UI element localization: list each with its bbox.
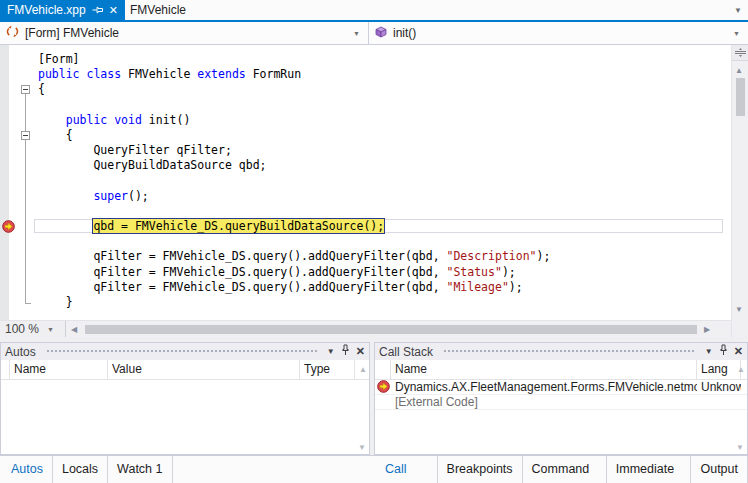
tool-tab-watch-1[interactable]: Watch 1 <box>108 456 172 483</box>
code-line[interactable]: public class FMVehicle extends FormRun <box>0 67 731 82</box>
pin-icon[interactable] <box>91 6 103 15</box>
right-tool-tabs: Call StackBreakpointsCommand Wi...Immedi… <box>376 456 748 483</box>
code-line[interactable]: QueryBuildDataSource qbd; <box>0 158 731 173</box>
scroll-right-icon[interactable]: ▶ <box>704 325 710 334</box>
code-text-area: [Form]public class FMVehicle extends For… <box>0 52 731 310</box>
scroll-down-icon[interactable]: ▼ <box>735 305 743 314</box>
code-editor[interactable]: [Form]public class FMVehicle extends For… <box>0 45 731 320</box>
editor-zoom-control[interactable]: 100 % ▼ <box>0 321 66 337</box>
code-line[interactable] <box>0 234 731 249</box>
table-row[interactable]: Dynamics.AX.FleetManagement.Forms.FMVehi… <box>375 380 747 395</box>
type-dropdown[interactable]: [Form] FMVehicle ▼ <box>0 22 369 44</box>
tool-tab-immediate-wi[interactable]: Immediate Wi... <box>607 456 692 483</box>
tool-window-tab-bar: AutosLocalsWatch 1 Call StackBreakpoints… <box>0 455 748 483</box>
code-segment: (); <box>128 189 149 203</box>
code-line[interactable]: { <box>0 128 731 143</box>
code-line[interactable] <box>0 98 731 113</box>
current-frame-icon <box>377 382 390 395</box>
collapse-minus-icon[interactable] <box>21 85 30 94</box>
tool-tab-call-stack[interactable]: Call Stack <box>376 456 438 483</box>
code-line[interactable]: qFilter = FMVehicle_DS.query().addQueryF… <box>0 265 731 280</box>
vertical-scroll-thumb[interactable] <box>736 78 745 116</box>
member-dropdown-value: init() <box>393 26 416 40</box>
code-line[interactable] <box>0 204 731 219</box>
window-menu-chevron-icon[interactable]: ▼ <box>327 347 335 356</box>
vs-debugger-window: FMVehicle.xpp ✕ FMVehicle ▼ [Form] FMVeh… <box>0 0 748 483</box>
row-cell: [External Code] <box>391 395 697 410</box>
code-segment: "Status" <box>447 265 502 279</box>
horizontal-scroll-thumb[interactable] <box>85 325 697 334</box>
document-tab-bar: FMVehicle.xpp ✕ FMVehicle ▼ <box>0 0 748 20</box>
column-header-name[interactable]: Name <box>391 360 697 379</box>
window-menu-chevron-icon[interactable]: ▼ <box>705 347 713 356</box>
collapse-minus-icon[interactable] <box>21 131 30 140</box>
chevron-down-icon: ▼ <box>353 30 360 37</box>
tool-tab-autos[interactable]: Autos <box>2 456 53 483</box>
code-segment: ); <box>537 249 551 263</box>
code-line[interactable]: qbd = FMVehicle_DS.queryBuildDataSource(… <box>0 219 731 234</box>
column-header-name[interactable]: Name <box>10 360 108 379</box>
row-gutter <box>375 380 391 395</box>
code-segment: FMVehicle <box>128 67 197 81</box>
code-segment <box>38 189 93 203</box>
doc-tab-label: FMVehicle <box>130 3 186 17</box>
row-gutter <box>375 395 391 410</box>
column-header-lang[interactable]: Lang <box>697 360 741 379</box>
code-line[interactable]: [Form] <box>0 52 731 67</box>
code-segment <box>38 113 66 127</box>
doc-tab-label: FMVehicle.xpp <box>7 3 86 17</box>
scroll-down-icon[interactable]: ▼ <box>358 443 366 452</box>
tool-tab-breakpoints[interactable]: Breakpoints <box>438 456 523 483</box>
scroll-left-icon[interactable]: ◀ <box>71 325 77 334</box>
row-cell <box>697 395 741 410</box>
type-dropdown-value: [Form] FMVehicle <box>25 26 119 40</box>
grid-header-row: NameLang▲ <box>375 360 747 380</box>
code-segment: qFilter = FMVehicle_DS.query().addQueryF… <box>38 280 447 294</box>
code-line[interactable] <box>0 174 731 189</box>
tool-tab-command-wi[interactable]: Command Wi... <box>523 456 607 483</box>
editor-horizontal-scrollbar[interactable]: 100 % ▼ ◀ ▶ <box>0 320 731 337</box>
code-line[interactable]: QueryFilter qFilter; <box>0 143 731 158</box>
scroll-up-icon[interactable]: ▲ <box>735 66 743 75</box>
callstack-panel: Call Stack ▼ ✕ NameLang▲Dynamics.AX.Flee… <box>374 342 748 455</box>
code-line[interactable]: qFilter = FMVehicle_DS.query().addQueryF… <box>0 249 731 264</box>
minus-glyph <box>23 89 28 90</box>
panel-title: Call Stack <box>379 345 433 359</box>
close-icon[interactable]: ✕ <box>734 345 743 358</box>
left-tool-tabs: AutosLocalsWatch 1 <box>2 456 173 483</box>
tool-tab-output[interactable]: Output <box>691 456 748 483</box>
scroll-up-icon[interactable]: ▲ <box>737 365 745 374</box>
tool-tab-locals[interactable]: Locals <box>53 456 108 483</box>
doc-tab-fmvehicle-xpp[interactable]: FMVehicle.xpp ✕ <box>0 0 125 20</box>
code-segment: init() <box>149 113 191 127</box>
close-icon[interactable]: ✕ <box>356 345 365 358</box>
form-icon <box>6 25 19 41</box>
autos-panel-titlebar[interactable]: Autos ▼ ✕ <box>1 343 369 360</box>
code-segment: "Mileage" <box>447 280 509 294</box>
code-segment: public class <box>38 67 128 81</box>
code-line[interactable]: { <box>0 82 731 97</box>
table-row[interactable]: [External Code] <box>375 395 747 410</box>
column-header-value[interactable]: Value <box>108 360 300 379</box>
close-icon[interactable]: ✕ <box>109 5 118 16</box>
code-line[interactable]: qFilter = FMVehicle_DS.query().addQueryF… <box>0 280 731 295</box>
code-line[interactable]: public void init() <box>0 113 731 128</box>
scroll-up-icon[interactable]: ▲ <box>359 365 367 374</box>
doc-tab-fmvehicle[interactable]: FMVehicle <box>122 0 194 20</box>
tab-list-chevron-down-icon[interactable]: ▼ <box>734 6 742 15</box>
editor-vertical-scrollbar[interactable]: ▲ ▼ <box>731 45 748 337</box>
scroll-down-icon[interactable]: ▼ <box>736 443 744 452</box>
pin-icon[interactable] <box>341 344 350 359</box>
code-line[interactable]: } <box>0 295 731 310</box>
callstack-panel-titlebar[interactable]: Call Stack ▼ ✕ <box>375 343 747 360</box>
member-dropdown[interactable]: init() ▼ <box>369 22 748 44</box>
code-segment: "Description" <box>447 249 537 263</box>
autos-panel: Autos ▼ ✕ NameValueType▲ ▼ <box>0 342 370 455</box>
code-segment: QueryBuildDataSource qbd; <box>38 158 266 172</box>
method-icon <box>375 26 387 41</box>
code-line[interactable]: super(); <box>0 189 731 204</box>
splitter-grip-icon[interactable] <box>732 45 748 61</box>
callstack-grid: NameLang▲Dynamics.AX.FleetManagement.For… <box>375 360 747 410</box>
pin-icon[interactable] <box>719 344 728 359</box>
column-header-type[interactable]: Type <box>300 360 355 379</box>
